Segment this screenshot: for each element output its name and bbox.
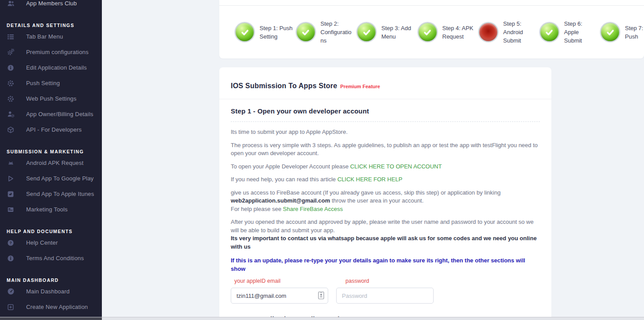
credentials-form: your appleID email password (231, 278, 540, 304)
window-edge-dark-segment (0, 317, 102, 320)
user-settings-icon (7, 110, 15, 118)
sidebar-item-label: Edit Application Details (26, 64, 87, 71)
paragraph-firebase: give us access to FireBase account (If y… (231, 189, 540, 214)
step-label: Step 2: Configurations (321, 20, 354, 45)
gear-icon (7, 79, 15, 87)
sidebar-item-app-owner-billing[interactable]: App Owner/Billing Details (0, 106, 102, 122)
open-account-link[interactable]: CLICK HERE TO OPEN ACCOUNT (350, 163, 442, 170)
sidebar-item-app-members-club[interactable]: App Members Club (0, 0, 102, 11)
question-icon: ? (7, 239, 15, 247)
sidebar-item-send-app-to-apple-itunes[interactable]: Send App To Apple Itunes (0, 186, 102, 202)
sidebar-item-edit-application-details[interactable]: Edit Application Details (0, 60, 102, 75)
sidebar-item-send-app-to-google-play[interactable]: Send App To Google Play (0, 171, 102, 186)
step-2-configurations: Step 2: Configurations (296, 20, 357, 45)
sidebar-item-label: Send App To Apple Itunes (26, 191, 94, 197)
step-7-web-push: Step 7: Web Push (600, 20, 644, 45)
step-label: Step 1: Push Setting (260, 24, 293, 41)
sidebar-item-label: Help Center (26, 239, 58, 246)
sidebar-item-label: Tab Bar Menu (26, 33, 63, 40)
sidebar-item-label: Main Dashboard (26, 288, 70, 295)
update-note: If this is an update, please re-type you… (231, 257, 540, 273)
step-pending-icon (478, 22, 498, 42)
paragraph-account-note: After you opened the account and approve… (231, 218, 540, 251)
sidebar-section-help-and-documents: HELP AND DOCUMENTS (0, 228, 102, 235)
step-done-icon (235, 22, 255, 42)
gear-icon (7, 95, 15, 103)
step1-heading: Step 1 - Open your own developer account (231, 107, 540, 115)
step-label: Step 4: APK Request (442, 24, 476, 41)
info-icon (7, 254, 15, 262)
sidebar-item-push-setting[interactable]: Push Setting (0, 75, 102, 91)
sidebar-item-android-apk-request[interactable]: Android APK Request (0, 155, 102, 171)
step-done-icon (357, 22, 376, 42)
gears-icon (7, 48, 15, 56)
sidebar-item-marketing-tools[interactable]: Marketing Tools (0, 202, 102, 217)
share-firebase-access-link[interactable]: Share FireBase Access (283, 206, 343, 212)
play-icon (7, 175, 15, 183)
sidebar-item-label: Marketing Tools (26, 206, 68, 213)
sidebar-item-label: Premium configurations (26, 49, 89, 55)
whatsapp-note: Its very important to contact us via wha… (231, 235, 537, 250)
step-label: Step 6: Apple Submit (564, 20, 598, 45)
sidebar-item-label: Create New Application (26, 304, 88, 310)
premium-feature-badge: Premium Feature (340, 84, 380, 89)
dashboard-icon (7, 288, 15, 296)
sidebar-item-help-center[interactable]: ? Help Center (0, 235, 102, 250)
sidebar-item-label: Push Setting (26, 80, 60, 86)
step-1-push-setting: Step 1: Push Setting (235, 20, 296, 45)
sidebar-item-tab-bar-menu[interactable]: Tab Bar Menu (0, 29, 102, 44)
paragraph-open-account: To open your Apple Developer Account ple… (231, 163, 540, 171)
ios-submission-card: IOS Submission To Apps Store Premium Fea… (219, 67, 551, 320)
sidebar-item-label: App Owner/Billing Details (26, 111, 93, 117)
cube-icon (7, 126, 15, 134)
step-done-icon (539, 22, 559, 42)
step-5-android-submit: Step 5: Android Submit (478, 20, 539, 45)
firebase-email: web2application.submit@gmail.com (231, 197, 330, 204)
contact-autofill-icon[interactable] (318, 291, 324, 301)
sidebar-item-label: Terms And Conditions (26, 255, 84, 261)
paragraph-help: If you need help, you can read this arti… (231, 176, 540, 184)
divider (231, 121, 540, 122)
password-input[interactable] (336, 288, 434, 304)
sidebar: App Members Club DETAILS AND SETTINGS Ta… (0, 0, 102, 317)
sidebar-item-label: Web Push Settings (26, 95, 77, 102)
apple-icon (7, 190, 15, 198)
card-header: IOS Submission To Apps Store Premium Fea… (219, 67, 551, 99)
progress-stepper-card: Step 1: Push Setting Step 2: Configurati… (219, 0, 644, 59)
board-icon (7, 206, 15, 214)
window-bottom-edge (0, 317, 644, 320)
password-label: password (345, 278, 434, 284)
appleid-email-input[interactable] (231, 288, 328, 304)
sidebar-item-main-dashboard[interactable]: Main Dashboard (0, 284, 102, 299)
steps-row: Step 1: Push Setting Step 2: Configurati… (235, 20, 644, 45)
paragraph-intro: Its time to submit your app to Apple App… (231, 128, 540, 137)
sidebar-item-label: Android APK Request (26, 160, 84, 166)
sidebar-section-details-and-settings: DETAILS AND SETTINGS (0, 22, 102, 29)
paragraph-process: The process is very simple with 3 steps.… (231, 141, 540, 158)
plus-square-icon (7, 303, 15, 311)
page-title: IOS Submission To Apps Store (231, 82, 337, 90)
step-done-icon (418, 22, 438, 42)
step-label: Step 7: Web Push (625, 24, 644, 41)
step-done-icon (600, 22, 620, 42)
sidebar-item-api-for-developers[interactable]: API - For Developers (0, 122, 102, 137)
step-4-apk-request: Step 4: APK Request (418, 20, 479, 45)
step-label: Step 5: Android Submit (503, 20, 537, 45)
step-label: Step 3: Add Menu (381, 24, 415, 41)
info-icon (7, 64, 15, 72)
sidebar-item-create-new-application[interactable]: Create New Application (0, 299, 102, 315)
list-icon (7, 33, 15, 41)
help-article-link[interactable]: CLICK HERE FOR HELP (338, 176, 403, 183)
sidebar-item-label: App Members Club (26, 0, 77, 7)
step-3-add-menu: Step 3: Add Menu (357, 20, 418, 45)
sidebar-item-web-push-settings[interactable]: Web Push Settings (0, 91, 102, 106)
svg-text:?: ? (9, 241, 12, 245)
step-done-icon (296, 22, 316, 42)
users-icon (7, 0, 15, 8)
sidebar-section-submission-marketing: SUBMISSION & MARKETING (0, 148, 102, 155)
window-edge-light-segment (102, 317, 644, 320)
sidebar-item-label: API - For Developers (26, 126, 81, 133)
sidebar-item-premium-configurations[interactable]: Premium configurations (0, 44, 102, 60)
sidebar-item-label: Send App To Google Play (26, 175, 94, 182)
sidebar-item-terms-and-conditions[interactable]: Terms And Conditions (0, 250, 102, 266)
